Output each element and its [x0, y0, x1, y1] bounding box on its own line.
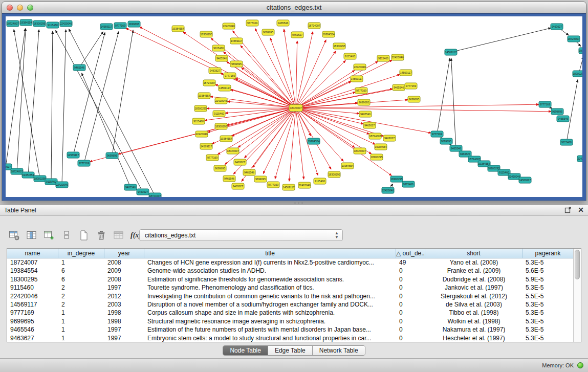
new-column-icon[interactable]: [42, 229, 56, 242]
network-node[interactable]: 18300295: [328, 171, 340, 178]
network-node[interactable]: 22420046: [382, 187, 394, 193]
network-node[interactable]: 22420046: [298, 182, 311, 188]
select-columns-icon[interactable]: [25, 229, 38, 242]
tab-network-table[interactable]: Network Table: [313, 346, 365, 355]
network-node[interactable]: 22420046: [391, 54, 404, 60]
network-node[interactable]: 9115460: [45, 179, 57, 185]
network-node[interactable]: 9463627: [209, 68, 221, 74]
network-node[interactable]: 19384554: [308, 138, 320, 144]
new-table-icon[interactable]: [77, 229, 91, 242]
network-node[interactable]: 19384554: [220, 136, 232, 142]
network-node[interactable]: 9465546: [359, 111, 372, 117]
network-node[interactable]: 22420046: [215, 98, 227, 104]
table-row[interactable]: 1872400712008Changes of HCN gene express…: [7, 258, 573, 267]
network-node[interactable]: 9115460: [344, 53, 356, 59]
network-node[interactable]: 9699695: [230, 61, 243, 67]
network-node[interactable]: 22420046: [577, 156, 582, 162]
network-node[interactable]: 9115460: [402, 181, 415, 187]
column-header-title[interactable]: title: [144, 249, 396, 258]
table-row[interactable]: 946362711997Embryonic stem cells: a mode…: [7, 334, 573, 342]
network-node[interactable]: 9777169: [405, 83, 417, 89]
network-node[interactable]: 9465546: [73, 64, 85, 71]
network-node[interactable]: 9465546: [557, 116, 569, 122]
tab-node-table[interactable]: Node Table: [223, 346, 268, 355]
delete-icon[interactable]: [94, 229, 108, 242]
network-node[interactable]: 18724007: [369, 133, 381, 139]
network-node[interactable]: 22420046: [195, 131, 208, 137]
table-vertical-scrollbar[interactable]: [573, 249, 581, 342]
network-node[interactable]: 9777169: [431, 131, 443, 137]
network-node[interactable]: 9777169: [246, 20, 258, 26]
network-node[interactable]: 18724007: [308, 23, 320, 29]
hub-node[interactable]: 18724007: [289, 105, 302, 112]
network-node[interactable]: 19384554: [22, 172, 34, 178]
network-node[interactable]: 18724007: [203, 80, 215, 86]
network-node[interactable]: 9777169: [355, 87, 367, 94]
table-options-icon[interactable]: [7, 229, 21, 242]
network-node[interactable]: 19384554: [341, 163, 354, 169]
column-header-year[interactable]: year: [104, 249, 144, 258]
table-row[interactable]: 911546021997Tourette syndrome. Phenomeno…: [7, 283, 573, 292]
network-node[interactable]: 18300295: [33, 20, 46, 27]
network-node[interactable]: 18724007: [568, 36, 580, 42]
network-node[interactable]: 9699695: [358, 99, 370, 105]
network-node[interactable]: 9699695: [408, 96, 420, 102]
network-node[interactable]: 9463627: [551, 24, 563, 30]
network-node[interactable]: 18300295: [194, 105, 207, 112]
network-node[interactable]: 9699695: [440, 138, 452, 144]
network-node[interactable]: 9699695: [551, 108, 563, 115]
network-node[interactable]: 14569117: [445, 49, 457, 55]
network-node[interactable]: 9463627: [363, 122, 376, 128]
table-row[interactable]: 1456911722003Disruption of a novel membe…: [7, 300, 573, 309]
network-node[interactable]: 22420046: [354, 64, 366, 70]
network-node[interactable]: 18300295: [34, 176, 46, 182]
network-node[interactable]: 9463627: [291, 32, 303, 38]
network-node[interactable]: 18300295: [215, 123, 227, 129]
network-node[interactable]: 9463627: [234, 159, 246, 165]
network-node[interactable]: 9777169: [539, 101, 551, 107]
table-row[interactable]: 977716911998Corpus callosum shape and si…: [7, 309, 573, 317]
network-node[interactable]: 9465546: [223, 176, 235, 182]
network-node[interactable]: 18724007: [11, 168, 23, 174]
network-node[interactable]: 18724007: [149, 193, 161, 197]
network-node[interactable]: 18724007: [354, 148, 366, 154]
network-node[interactable]: 9115460: [212, 45, 225, 51]
network-node[interactable]: 9699695: [214, 165, 226, 171]
column-header-short[interactable]: short: [425, 249, 522, 258]
network-node[interactable]: 22420046: [508, 173, 520, 180]
select-rows-icon[interactable]: [59, 229, 73, 242]
table-row[interactable]: 1938455462009Genome-wide association stu…: [7, 267, 573, 275]
network-node[interactable]: 9777169: [78, 160, 90, 166]
table-row[interactable]: 1830029562008Estimation of significance …: [7, 275, 573, 283]
network-node[interactable]: 19384554: [375, 144, 387, 150]
close-panel-icon[interactable]: ✕: [578, 206, 584, 213]
network-node[interactable]: 14569117: [519, 177, 531, 183]
network-node[interactable]: 14569117: [100, 24, 113, 30]
network-node[interactable]: 14569117: [400, 70, 412, 76]
network-node[interactable]: 19384554: [579, 48, 582, 54]
network-node[interactable]: 18724007: [7, 20, 19, 27]
column-header-name[interactable]: name: [7, 249, 58, 258]
network-node[interactable]: 9115460: [213, 111, 225, 117]
network-node[interactable]: 19384554: [198, 93, 210, 99]
tab-edge-table[interactable]: Edge Table: [268, 346, 313, 355]
network-node[interactable]: 22420046: [223, 23, 235, 29]
network-node[interactable]: 9699695: [106, 152, 118, 159]
network-node[interactable]: 9777169: [114, 23, 126, 29]
network-node[interactable]: 9777169: [224, 73, 236, 79]
network-node[interactable]: 9115460: [314, 178, 326, 184]
column-header-outde[interactable]: △ out_de...: [396, 249, 425, 258]
network-node[interactable]: 14569117: [219, 85, 231, 91]
network-node[interactable]: 18724007: [227, 148, 239, 154]
network-node[interactable]: 9463627: [137, 189, 149, 195]
network-node[interactable]: 18300295: [390, 176, 403, 182]
network-node[interactable]: 9699695: [262, 29, 274, 35]
network-node[interactable]: 14569117: [67, 152, 79, 158]
table-row[interactable]: 946554611997Estimation of the future num…: [7, 325, 573, 334]
network-canvas[interactable]: 1872400719384554183002959115460224200461…: [6, 16, 582, 197]
network-node[interactable]: 9115460: [560, 139, 573, 145]
network-node[interactable]: 9465546: [124, 184, 137, 190]
network-node[interactable]: 9465546: [393, 84, 405, 91]
network-node[interactable]: 18300295: [200, 31, 212, 37]
network-node[interactable]: 9465546: [450, 145, 462, 151]
